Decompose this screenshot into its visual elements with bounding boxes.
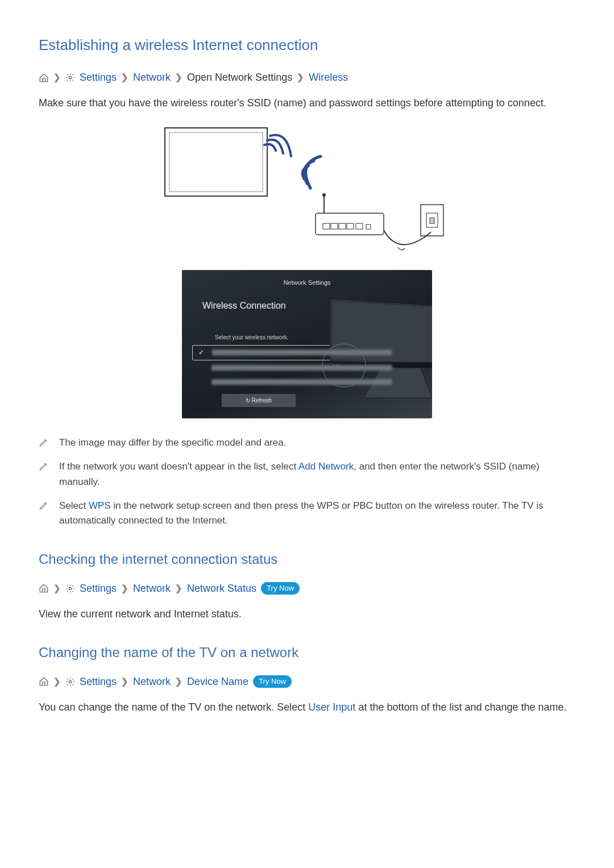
svg-rect-2 <box>169 132 263 192</box>
home-icon <box>39 583 49 593</box>
breadcrumb-settings[interactable]: Settings <box>80 674 117 690</box>
gear-icon <box>65 584 75 593</box>
status-paragraph: View the current network and Internet st… <box>39 607 575 622</box>
breadcrumb-wireless: ❯ Settings ❯ Network ❯ Open Network Sett… <box>39 70 575 85</box>
svg-point-31 <box>69 680 71 683</box>
svg-rect-10 <box>356 223 363 229</box>
note-item: Select WPS in the network setup screen a… <box>39 499 575 529</box>
breadcrumb-open-network: Open Network Settings <box>187 70 292 85</box>
chevron-right-icon: ❯ <box>53 582 61 595</box>
note-text: If the network you want doesn't appear i… <box>59 459 575 489</box>
note-item: The image may differ by the specific mod… <box>39 435 575 450</box>
chevron-right-icon: ❯ <box>53 675 61 688</box>
breadcrumb-device-name: ❯ Settings ❯ Network ❯ Device Name Try N… <box>39 674 575 690</box>
breadcrumb-network[interactable]: Network <box>133 70 171 85</box>
intro-paragraph: Make sure that you have the wireless rou… <box>39 95 575 111</box>
check-icon: ✓ <box>198 347 206 358</box>
note-item: If the network you want doesn't appear i… <box>39 459 575 489</box>
section-heading-wireless: Establishing a wireless Internet connect… <box>39 34 575 56</box>
try-now-button[interactable]: Try Now <box>261 582 300 595</box>
refresh-button: ↻ Refresh <box>222 394 296 407</box>
screenshot-title: Network Settings <box>182 278 432 288</box>
add-network-link[interactable]: Add Network <box>298 461 354 472</box>
try-now-button[interactable]: Try Now <box>253 675 292 688</box>
svg-point-0 <box>69 76 71 78</box>
gear-icon <box>65 73 75 82</box>
svg-point-5 <box>322 193 326 197</box>
chevron-right-icon: ❯ <box>175 582 182 595</box>
section-heading-status: Checking the internet connection status <box>39 549 575 570</box>
breadcrumb-network[interactable]: Network <box>133 674 171 690</box>
svg-rect-9 <box>347 223 354 229</box>
wireless-diagram <box>159 122 455 259</box>
note-text: The image may differ by the specific mod… <box>59 435 286 450</box>
svg-rect-11 <box>366 225 371 229</box>
network-settings-screenshot: Network Settings Wireless Connection Sel… <box>182 270 432 418</box>
pencil-icon <box>39 437 49 447</box>
note-text: Select WPS in the network setup screen a… <box>59 499 575 529</box>
wps-link[interactable]: WPS <box>89 500 111 511</box>
breadcrumb-network[interactable]: Network <box>133 581 171 596</box>
chevron-right-icon: ❯ <box>121 675 128 688</box>
section-heading-device-name: Changing the name of the TV on a network <box>39 642 575 663</box>
svg-rect-7 <box>331 223 338 229</box>
chevron-right-icon: ❯ <box>297 71 304 84</box>
chevron-right-icon: ❯ <box>121 71 128 84</box>
device-name-paragraph: You can change the name of the TV on the… <box>39 700 575 715</box>
home-icon <box>39 676 49 687</box>
chevron-right-icon: ❯ <box>121 582 128 595</box>
breadcrumb-device-name-link[interactable]: Device Name <box>187 674 248 690</box>
user-input-link[interactable]: User Input <box>308 701 355 713</box>
svg-rect-6 <box>323 223 330 229</box>
breadcrumb-settings[interactable]: Settings <box>80 70 117 85</box>
home-icon <box>39 73 49 83</box>
svg-rect-8 <box>339 223 346 229</box>
pencil-icon <box>39 500 49 510</box>
pencil-icon <box>39 461 49 471</box>
svg-rect-14 <box>430 218 434 223</box>
svg-point-30 <box>69 587 71 589</box>
breadcrumb-wireless-link[interactable]: Wireless <box>309 70 348 85</box>
breadcrumb-network-status[interactable]: Network Status <box>187 581 256 596</box>
breadcrumb-settings[interactable]: Settings <box>80 581 117 596</box>
gear-icon <box>65 677 75 687</box>
breadcrumb-status: ❯ Settings ❯ Network ❯ Network Status Tr… <box>39 581 575 596</box>
chevron-right-icon: ❯ <box>175 71 182 84</box>
chevron-right-icon: ❯ <box>53 71 61 84</box>
chevron-right-icon: ❯ <box>175 675 182 688</box>
